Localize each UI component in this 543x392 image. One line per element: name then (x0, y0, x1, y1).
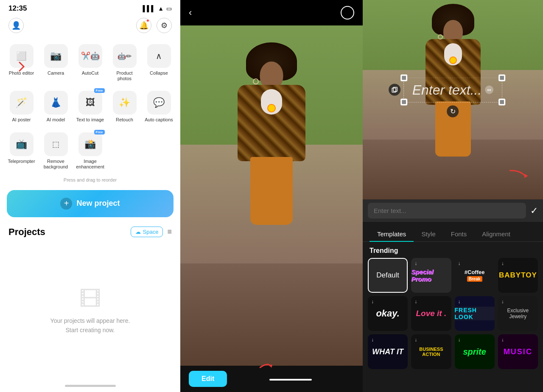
sort-icon[interactable]: ≡ (167, 227, 172, 236)
circle-button[interactable] (341, 6, 354, 20)
template-exclusive-label: Exclusive Jewelry (498, 308, 538, 319)
download-icon-special: ↓ (414, 260, 417, 266)
template-row3-4-label: MUSIC (504, 347, 532, 356)
template-love-it-label: Love it . (416, 309, 446, 318)
download-icon-row3-4: ↓ (501, 337, 504, 343)
template-coffee-break[interactable]: ↓ #Coffee Break (455, 258, 495, 293)
copy-handle[interactable] (389, 84, 400, 96)
tool-camera[interactable]: 📷 Camera (39, 39, 73, 86)
template-love-it[interactable]: ↓ Love it . (411, 296, 451, 331)
auto-captions-label: Auto captions (145, 117, 173, 123)
teleprompter-icon-box: 📺 (10, 132, 34, 156)
empty-text: Your projects will appear here. Start cr… (50, 316, 130, 335)
profile-icon[interactable]: 👤 (8, 18, 24, 33)
svg-rect-3 (402, 100, 406, 104)
earring (253, 78, 259, 84)
image-enhancement-icon-box: 📸 Free (78, 132, 102, 156)
text-to-image-label: Text to image (76, 117, 104, 123)
text-input-field[interactable] (368, 203, 526, 218)
tool-image-enhancement[interactable]: 📸 Free Image enhancement (73, 127, 107, 174)
red-arrow-photo (15, 60, 28, 76)
download-icon-okay: ↓ (371, 299, 374, 305)
confirm-button[interactable]: ✓ (530, 205, 538, 216)
ai-model-icon-box: 👗 (44, 91, 68, 115)
template-babytoy-label: BABYTOY (499, 271, 537, 280)
signal-icon: ▌▌▌ (143, 5, 155, 12)
tool-remove-background[interactable]: ⬚ Remove background (39, 127, 73, 174)
new-project-plus-icon: + (60, 198, 72, 210)
collapse-icon-box: ∧ (147, 44, 171, 68)
edit-button[interactable]: Edit (189, 371, 227, 387)
camera-label: Camera (48, 70, 64, 76)
rotate-handle[interactable]: ↻ (447, 105, 459, 117)
notification-dot (146, 19, 149, 22)
download-icon-loveit: ↓ (414, 299, 417, 305)
tool-ai-poster[interactable]: 🪄 AI poster (4, 86, 39, 127)
status-time: 12:35 (8, 4, 27, 13)
settings-icon[interactable]: ⚙ (157, 18, 172, 33)
template-row3-1-label: WHAT IT (372, 347, 403, 356)
corner-handle-tl[interactable] (400, 74, 407, 81)
photo-editor-icon-box: ⬜ (10, 44, 34, 68)
tool-auto-captions[interactable]: 💬 Auto captions (142, 86, 176, 127)
ai-poster-icon-box: 🪄 (10, 91, 34, 115)
tool-teleprompter[interactable]: 📺 Teleprompter (4, 127, 39, 174)
tab-templates[interactable]: Templates (369, 227, 414, 242)
template-grid: Default ↓ Special Promo ↓ #Coffee Break … (363, 258, 543, 372)
projects-title: Projects (8, 227, 45, 238)
tool-ai-model[interactable]: 👗 AI model (39, 86, 73, 127)
corner-handle-tr[interactable] (498, 74, 505, 81)
download-icon-row3-3: ↓ (458, 337, 461, 343)
autocut-label: AutoCut (82, 70, 99, 76)
person-silhouette (229, 42, 314, 349)
tool-text-to-image[interactable]: 🖼 Free Text to image (73, 86, 107, 127)
ai-model-label: AI model (47, 117, 65, 123)
template-babytoy[interactable]: ↓ BABYTOY (498, 258, 538, 293)
battery-icon: ▭ (166, 5, 172, 12)
space-cloud-icon: ☁ (135, 229, 141, 235)
corner-handle-br[interactable] (498, 98, 505, 105)
template-special-promo-label: Special Promo (411, 268, 451, 283)
auto-captions-icon-box: 💬 (147, 91, 171, 115)
corner-handle-bl[interactable] (400, 98, 407, 105)
back-button[interactable]: ‹ (189, 7, 192, 18)
drag-hint: Press and drag to reorder (0, 176, 180, 187)
template-row3-1[interactable]: ↓ WHAT IT (368, 334, 408, 369)
text-resize-handle[interactable]: ⇔ (485, 86, 493, 94)
new-project-label: New project (76, 199, 120, 208)
canvas-text-display: Enter text... (412, 82, 482, 98)
tab-fonts[interactable]: Fonts (443, 227, 475, 242)
tool-retouch[interactable]: ✨ Retouch (107, 86, 142, 127)
new-project-button[interactable]: + New project (7, 190, 174, 217)
photo-scene (180, 25, 363, 366)
projects-actions: ☁ Space ≡ (131, 227, 172, 237)
tool-autocut[interactable]: ✂️🤖 AutoCut (73, 39, 107, 86)
tool-photo-editor[interactable]: ⬜ Photo editor (4, 39, 39, 86)
template-row3-3[interactable]: ↓ sprite (455, 334, 495, 369)
tabs-row: Templates Style Fonts Alignment (363, 222, 543, 242)
download-icon-row3-1: ↓ (371, 337, 374, 343)
tab-style[interactable]: Style (414, 227, 443, 242)
svg-rect-4 (500, 100, 504, 104)
template-special-promo[interactable]: ↓ Special Promo (411, 258, 451, 293)
tool-collapse[interactable]: ∧ Collapse (142, 39, 176, 86)
space-button[interactable]: ☁ Space (131, 227, 163, 237)
template-okay[interactable]: ↓ okay. (368, 296, 408, 331)
left-panel: 12:35 ▌▌▌ ▲ ▭ 👤 🔔 ⚙ ⬜ (0, 0, 180, 392)
ai-poster-label: AI poster (12, 117, 31, 123)
template-row3-4[interactable]: ↓ MUSIC (498, 334, 538, 369)
template-fresh-look[interactable]: ↓ FRESH LOOK (455, 296, 495, 331)
product-photos-icon-box: 🤖✏ (113, 44, 137, 68)
text-overlay[interactable]: Enter text... ⇔ ↻ (403, 77, 503, 102)
template-default[interactable]: Default (368, 258, 408, 293)
template-exclusive-jewelry[interactable]: ↓ Exclusive Jewelry (498, 296, 538, 331)
download-icon-freshlook: ↓ (458, 299, 461, 305)
notification-icon[interactable]: 🔔 (136, 18, 151, 33)
canvas-area: Enter text... ⇔ ↻ (363, 0, 543, 199)
text-to-image-icon-box: 🖼 Free (78, 91, 102, 115)
tab-alignment[interactable]: Alignment (474, 227, 518, 242)
trending-label: Trending (363, 242, 543, 258)
download-icon-exclusive: ↓ (501, 299, 504, 305)
template-row3-2[interactable]: ↓ BUSINESS ACTION (411, 334, 451, 369)
tool-product-photos[interactable]: 🤖✏ Product photos (107, 39, 142, 86)
